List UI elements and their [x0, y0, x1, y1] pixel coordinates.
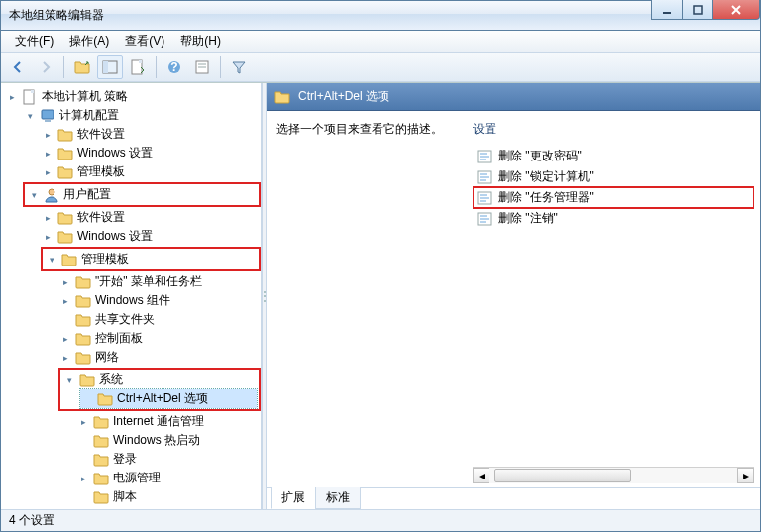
tree-c-windows[interactable]: ▸Windows 设置 [41, 144, 261, 162]
tree-label: "开始" 菜单和任务栏 [95, 273, 202, 290]
tree-label: 脚本 [113, 488, 137, 505]
tree-label: 用户配置 [63, 186, 111, 203]
policy-label: 删除 "更改密码" [498, 148, 582, 164]
policy-list[interactable]: 删除 "更改密码" 删除 "锁定计算机" 删除 "任务管理器" 删除 "注销" [473, 146, 754, 467]
policy-label: 删除 "注销" [498, 210, 558, 227]
tree-label: 软件设置 [77, 126, 125, 143]
svg-text:?: ? [170, 60, 177, 74]
scroll-thumb[interactable] [494, 469, 631, 482]
window-title: 本地组策略编辑器 [9, 7, 104, 24]
tree-u-software[interactable]: ▸软件设置 [41, 208, 261, 227]
tree-hotboot[interactable]: ▸Windows 热启动 [76, 431, 261, 450]
tree-label: 系统 [99, 372, 123, 388]
svg-rect-14 [103, 61, 108, 73]
description-pane: 选择一个项目来查看它的描述。 [276, 121, 465, 483]
list-column-header[interactable]: 设置 [473, 121, 754, 146]
tree-c-software[interactable]: ▸软件设置 [41, 125, 261, 144]
policy-label: 删除 "锁定计算机" [498, 168, 594, 185]
properties-button[interactable] [189, 55, 215, 79]
tree-label: Windows 设置 [77, 145, 153, 161]
tree-label: Ctrl+Alt+Del 选项 [117, 390, 208, 407]
tree-start-taskbar[interactable]: ▸"开始" 菜单和任务栏 [58, 272, 261, 291]
tree-control[interactable]: ▸控制面板 [58, 329, 261, 348]
menubar: 文件(F) 操作(A) 查看(V) 帮助(H) [1, 31, 760, 53]
tree-root[interactable]: ▸本地计算机 策略 [5, 87, 261, 106]
tree-label: 软件设置 [77, 209, 125, 226]
policy-item[interactable]: 删除 "注销" [473, 208, 754, 229]
horizontal-scrollbar[interactable]: ◂ ▸ [473, 467, 754, 483]
tree-logon[interactable]: ▸登录 [76, 450, 261, 469]
tree-system[interactable]: ▾系统 [62, 371, 257, 389]
tree-u-windows[interactable]: ▸Windows 设置 [41, 227, 261, 246]
menu-view[interactable]: 查看(V) [117, 31, 172, 52]
description-text: 选择一个项目来查看它的描述。 [276, 121, 465, 138]
menu-action[interactable]: 操作(A) [61, 31, 117, 52]
window-controls [652, 0, 760, 20]
toolbar: ? [1, 53, 760, 82]
minimize-button[interactable] [651, 0, 683, 20]
tree-c-admin[interactable]: ▸管理模板 [41, 162, 261, 181]
detail-title: Ctrl+Alt+Del 选项 [298, 88, 389, 105]
forward-button[interactable] [33, 55, 58, 79]
tree-label: 控制面板 [95, 330, 143, 347]
tree-network[interactable]: ▸网络 [58, 348, 261, 367]
maximize-button[interactable] [682, 0, 713, 20]
back-button[interactable] [5, 55, 31, 79]
tree-label: 电源管理 [113, 470, 161, 486]
tree-label: 计算机配置 [59, 107, 119, 124]
tree-scripts[interactable]: ▸脚本 [76, 487, 261, 506]
tree-label: 共享文件夹 [95, 311, 155, 328]
tree-label: Windows 热启动 [113, 432, 200, 449]
tree-label: 管理模板 [77, 163, 125, 180]
tree-shared[interactable]: ▸共享文件夹 [58, 310, 261, 329]
tree-label: Internet 通信管理 [113, 413, 204, 430]
export-button[interactable] [125, 55, 151, 79]
content-area: ▸本地计算机 策略 ▾计算机配置 ▸软件设置 ▸Windows 设置 ▸管理模板 [1, 82, 760, 509]
status-text: 4 个设置 [9, 512, 54, 529]
tree-computer-config[interactable]: ▾计算机配置 [23, 106, 261, 125]
tree-cad-options[interactable]: ▸Ctrl+Alt+Del 选项 [80, 389, 257, 408]
menu-help[interactable]: 帮助(H) [172, 31, 229, 52]
tree-inet[interactable]: ▸Internet 通信管理 [76, 412, 261, 431]
tree-label: 本地计算机 策略 [42, 88, 128, 105]
tree-label: Windows 组件 [95, 292, 170, 309]
up-button[interactable] [69, 55, 95, 79]
show-tree-button[interactable] [97, 55, 123, 79]
tree-u-admin[interactable]: ▾管理模板 [45, 250, 257, 268]
menu-file[interactable]: 文件(F) [7, 31, 61, 52]
filter-button[interactable] [226, 55, 252, 79]
policy-item-task-manager[interactable]: 删除 "任务管理器" [473, 187, 754, 208]
scroll-track[interactable] [489, 468, 737, 483]
tab-extended[interactable]: 扩展 [271, 487, 316, 509]
detail-header: Ctrl+Alt+Del 选项 [267, 83, 760, 111]
policy-item[interactable]: 删除 "锁定计算机" [473, 166, 754, 187]
tree-user-config[interactable]: ▾用户配置 [27, 185, 257, 204]
tree-label: 网络 [95, 349, 119, 366]
close-button[interactable] [712, 0, 760, 20]
scroll-left-icon[interactable]: ◂ [473, 468, 489, 483]
titlebar[interactable]: 本地组策略编辑器 [1, 1, 760, 31]
tree-win-comp[interactable]: ▸Windows 组件 [58, 291, 261, 310]
tree-pane[interactable]: ▸本地计算机 策略 ▾计算机配置 ▸软件设置 ▸Windows 设置 ▸管理模板 [1, 83, 262, 509]
scroll-right-icon[interactable]: ▸ [737, 468, 754, 483]
detail-tabs: 扩展 标准 [267, 487, 760, 509]
help-button[interactable]: ? [162, 55, 187, 79]
tree-power[interactable]: ▸电源管理 [76, 469, 261, 487]
tab-standard[interactable]: 标准 [315, 487, 361, 509]
tree-label: 管理模板 [81, 251, 129, 267]
statusbar: 4 个设置 [1, 509, 760, 531]
gpedit-window: 本地组策略编辑器 文件(F) 操作(A) 查看(V) 帮助(H) ? ▸本地计算… [0, 0, 761, 532]
tree-label: 登录 [113, 451, 137, 468]
svg-rect-10 [694, 6, 702, 14]
policy-label: 删除 "任务管理器" [498, 189, 594, 206]
policy-item[interactable]: 删除 "更改密码" [473, 146, 754, 166]
policy-list-pane: 设置 删除 "更改密码" 删除 "锁定计算机" 删除 "任务管理器" 删除 "注… [473, 121, 754, 483]
tree-label: Windows 设置 [77, 228, 153, 245]
detail-pane: Ctrl+Alt+Del 选项 选择一个项目来查看它的描述。 设置 删除 "更改… [267, 83, 760, 509]
